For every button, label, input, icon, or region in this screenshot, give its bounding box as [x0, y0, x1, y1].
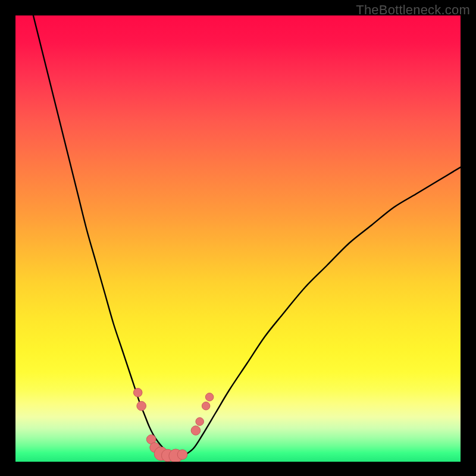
watermark-text: TheBottleneck.com — [356, 2, 470, 18]
data-marker — [202, 402, 210, 410]
data-marker — [205, 393, 214, 401]
data-marker — [191, 426, 201, 436]
plot-area — [15, 15, 461, 462]
curve-right-branch — [180, 167, 461, 456]
data-marker — [133, 388, 142, 397]
curve-layer — [15, 15, 461, 462]
data-marker — [137, 401, 146, 411]
chart-frame: TheBottleneck.com — [0, 0, 476, 476]
curve-left-branch — [33, 15, 180, 456]
data-marker — [196, 418, 204, 426]
data-marker — [177, 450, 187, 460]
